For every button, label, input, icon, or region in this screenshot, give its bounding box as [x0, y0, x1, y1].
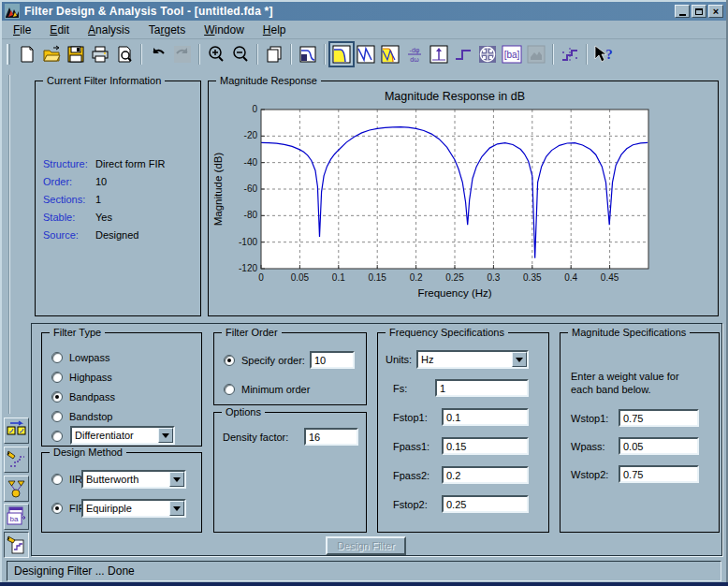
- radio-indicator[interactable]: [51, 503, 63, 514]
- fstop1-input[interactable]: [442, 408, 529, 426]
- minimize-button[interactable]: [675, 5, 690, 18]
- radio-bandstop[interactable]: Bandstop: [51, 411, 112, 422]
- menu-edit[interactable]: Edit: [44, 22, 75, 38]
- radio-indicator[interactable]: [51, 352, 63, 363]
- import-filter-icon: ba: [7, 506, 26, 527]
- dropdown-button[interactable]: [169, 472, 184, 487]
- app-logo-icon: [5, 4, 20, 19]
- radio-iir[interactable]: IIR: [51, 474, 82, 485]
- radio-specify-order[interactable]: Specify order:: [224, 355, 305, 366]
- wstop2-input[interactable]: [619, 465, 699, 483]
- info-value: 1: [95, 194, 101, 205]
- radio-indicator[interactable]: [51, 411, 63, 422]
- window-title: Filter Design & Analysis Tool - [untitle…: [24, 5, 273, 18]
- fpass2-input[interactable]: [442, 466, 529, 484]
- zoom-out-icon: [231, 45, 250, 64]
- print-icon: [91, 45, 109, 64]
- phase-response-button[interactable]: [354, 42, 378, 66]
- fir-method-dropdown[interactable]: Equiripple: [81, 499, 186, 518]
- fstop2-input[interactable]: [442, 495, 529, 513]
- filter-coefficients-button[interactable]: [ba]: [500, 42, 524, 66]
- filter-specs-button[interactable]: [296, 42, 320, 66]
- title-bar[interactable]: Filter Design & Analysis Tool - [untitle…: [2, 2, 726, 21]
- radio-minimum-order[interactable]: Minimum order: [224, 384, 310, 395]
- menu-window[interactable]: Window: [198, 22, 250, 38]
- maximize-button[interactable]: [692, 5, 706, 18]
- window-bottom-strip: [0, 582, 728, 586]
- filter-info-icon: [527, 45, 546, 64]
- radio-bandpass[interactable]: Bandpass: [51, 391, 115, 403]
- radio-lowpass[interactable]: Lowpass: [51, 352, 109, 363]
- density-factor-input[interactable]: [304, 428, 358, 446]
- group-delay-button[interactable]: -dφdω: [402, 42, 427, 66]
- svg-text:ba: ba: [10, 515, 19, 523]
- pages-button[interactable]: [262, 42, 286, 66]
- sidebar-design-filter-button[interactable]: [4, 532, 29, 558]
- specify-order-input[interactable]: [310, 351, 355, 369]
- status-text: Designing Filter ... Done: [14, 564, 135, 578]
- info-row-order: Order: 10: [43, 176, 197, 187]
- design-filter-button[interactable]: Design Filter: [326, 536, 406, 555]
- magnitude-and-phase-button[interactable]: [378, 42, 402, 66]
- filter-specs-icon: [298, 45, 317, 64]
- svg-text:0.1: 0.1: [332, 272, 345, 283]
- new-document-button[interactable]: [15, 42, 39, 66]
- impulse-response-button[interactable]: [427, 42, 451, 66]
- print-button[interactable]: [88, 42, 112, 66]
- sidebar-set-quantization-button[interactable]: [4, 418, 29, 444]
- zoom-in-button[interactable]: [204, 42, 228, 66]
- sidebar-import-filter-button[interactable]: ba: [4, 504, 29, 530]
- svg-text:-120: -120: [239, 263, 257, 273]
- wpass-input[interactable]: [619, 437, 699, 455]
- pole-zero-plot-button[interactable]: [475, 42, 500, 66]
- toolbar-separator: [290, 44, 292, 65]
- dropdown-button[interactable]: [158, 428, 173, 443]
- magnitude-response-chart[interactable]: 00.050.10.150.20.250.30.350.40.450-20-40…: [209, 81, 718, 315]
- units-dropdown[interactable]: Hz: [416, 350, 529, 369]
- phase-response-icon: [357, 45, 375, 64]
- menu-analysis[interactable]: Analysis: [82, 22, 136, 38]
- zoom-out-button[interactable]: [228, 42, 253, 66]
- radio-indicator[interactable]: [51, 431, 63, 442]
- transform-filter-icon: [7, 449, 26, 470]
- save-button[interactable]: [64, 42, 88, 66]
- step-response-icon: [454, 45, 473, 64]
- print-preview-button[interactable]: [112, 42, 137, 66]
- menu-help[interactable]: Help: [257, 22, 292, 38]
- radio-indicator[interactable]: [51, 372, 63, 383]
- filter-type-group: Filter Type Lowpass Highpass Bandpass Ba…: [41, 332, 202, 447]
- menu-file[interactable]: File: [7, 22, 36, 38]
- magnitude-response-button[interactable]: [329, 42, 354, 66]
- fpass1-input[interactable]: [442, 437, 529, 455]
- menu-targets[interactable]: Targets: [143, 22, 191, 38]
- svg-text:0: 0: [258, 272, 264, 283]
- radio-indicator[interactable]: [51, 474, 63, 485]
- wstop2-label: Wstop2:: [571, 469, 608, 480]
- step-response-button[interactable]: [451, 42, 475, 66]
- fs-input[interactable]: [435, 379, 529, 397]
- radio-indicator[interactable]: [224, 384, 235, 395]
- svg-text:Magnitude Response in dB: Magnitude Response in dB: [385, 90, 525, 103]
- sidebar-transform-filter-button[interactable]: [4, 447, 29, 473]
- svg-text:0.4: 0.4: [564, 272, 577, 283]
- magnitude-response-panel: Magnitude Response 00.050.10.150.20.250.…: [208, 81, 719, 316]
- close-button[interactable]: ×: [708, 5, 723, 18]
- group-title: Frequency Specifications: [386, 327, 508, 338]
- radio-label: Bandstop: [69, 411, 112, 422]
- other-type-dropdown[interactable]: Differentiator: [70, 426, 175, 445]
- sidebar-multirate-filter-button[interactable]: [4, 476, 29, 502]
- dropdown-button[interactable]: [169, 501, 184, 516]
- toolbar-grip[interactable]: [7, 44, 10, 65]
- radio-other-type[interactable]: [51, 431, 63, 442]
- design-filter-steps-button[interactable]: [558, 42, 582, 66]
- help-button[interactable]: ?: [591, 42, 616, 66]
- open-file-button[interactable]: [39, 42, 64, 66]
- menu-bar: FileEditAnalysisTargetsWindowHelp: [2, 21, 726, 39]
- radio-indicator[interactable]: [51, 391, 63, 403]
- radio-highpass[interactable]: Highpass: [51, 372, 112, 383]
- wstop1-input[interactable]: [619, 409, 699, 427]
- radio-indicator[interactable]: [224, 355, 235, 366]
- iir-method-dropdown[interactable]: Butterworth: [81, 470, 186, 489]
- undo-button[interactable]: [146, 42, 170, 66]
- dropdown-button[interactable]: [512, 352, 527, 367]
